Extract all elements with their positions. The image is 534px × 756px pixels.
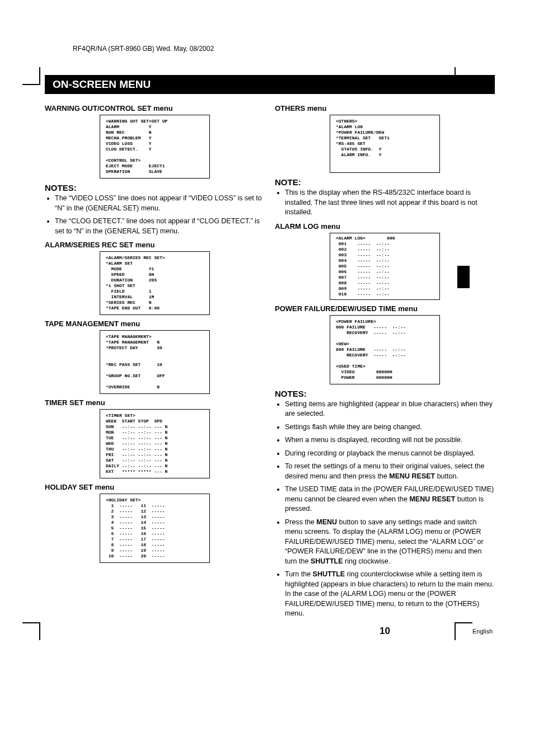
note-item: Press the MENU button to save any settin… <box>285 518 495 567</box>
alarm-log-osd: <ALARM LOG> 000 001 ----- --:-- 002 ----… <box>330 233 440 300</box>
note-item: The “CLOG DETECT.” line does not appear … <box>55 217 265 236</box>
crop-mark <box>22 67 40 85</box>
note-item: To reset the settings of a menu to their… <box>285 462 495 481</box>
tape-management-osd: <TAPE MANAGEMENT> *TAPE MANAGEMENT N *PR… <box>100 330 210 394</box>
alarm-series-title: ALARM/SERIES REC SET menu <box>45 241 265 249</box>
notes-heading: NOTES: <box>275 389 495 398</box>
crop-mark <box>455 622 472 640</box>
warning-out-title: WARNING OUT/CONTROL SET menu <box>45 104 265 112</box>
notes-heading: NOTES: <box>45 183 265 192</box>
note-item: During recording or playback the menus c… <box>285 449 495 459</box>
timer-set-title: TIMER SET menu <box>45 398 265 407</box>
note-heading: NOTE: <box>275 177 495 187</box>
note-item: When a menu is displayed, recording will… <box>285 435 495 445</box>
note-item: The USED TIME data in the (POWER FAILURE… <box>285 485 495 514</box>
left-column: WARNING OUT/CONTROL SET menu <WARNING OU… <box>45 100 265 635</box>
note-item: Setting items are highlighted (appear in… <box>285 400 495 419</box>
power-failure-title: POWER FAILURE/DEW/USED TIME menu <box>275 304 495 313</box>
others-title: OTHERS menu <box>275 104 495 112</box>
alarm-series-osd: <ALARM/SERIES REC SET> *ALARM SET MODE Y… <box>100 251 210 315</box>
others-osd: <OTHERS> *ALARM LOG *POWER FAILURE/DEW *… <box>330 115 440 173</box>
document-header: RF4QR/NA (SRT-8960 GB) Wed. May, 08/2002 <box>73 45 495 53</box>
note-list: This is the display when the RS-485/232C… <box>275 188 495 218</box>
tape-management-title: TAPE MANAGEMENT menu <box>45 320 265 328</box>
right-column: OTHERS menu <OTHERS> *ALARM LOG *POWER F… <box>275 100 495 635</box>
power-failure-osd: <POWER FAILURE> 000 FAILURE ----- --:-- … <box>330 315 440 384</box>
holiday-set-osd: <HOLIDAY SET> 1 ----- 11 ----- 2 ----- 1… <box>100 494 210 563</box>
warning-out-osd: <WARNING OUT SET>SET UP ALARM Y NON REC … <box>100 115 210 179</box>
alarm-log-title: ALARM LOG menu <box>275 222 495 231</box>
crop-mark <box>455 67 472 85</box>
section-banner: ON-SCREEN MENU <box>45 75 495 94</box>
timer-set-osd: <TIMER SET> WEEK START STOP SPD SUN --:-… <box>100 409 210 478</box>
holiday-set-title: HOLIDAY SET menu <box>45 483 265 491</box>
note-item: The “VIDEO LOSS” line does not appear if… <box>55 194 265 213</box>
note-item: Settings flash while they are being chan… <box>285 422 495 433</box>
side-tab <box>457 266 470 288</box>
note-item: Turn the SHUTTLE ring counterclockwise w… <box>285 570 495 619</box>
note-item: This is the display when the RS-485/232C… <box>285 188 495 218</box>
crop-mark <box>22 622 40 640</box>
notes-list: The “VIDEO LOSS” line does not appear if… <box>45 194 265 236</box>
notes-list: Setting items are highlighted (appear in… <box>275 400 495 619</box>
